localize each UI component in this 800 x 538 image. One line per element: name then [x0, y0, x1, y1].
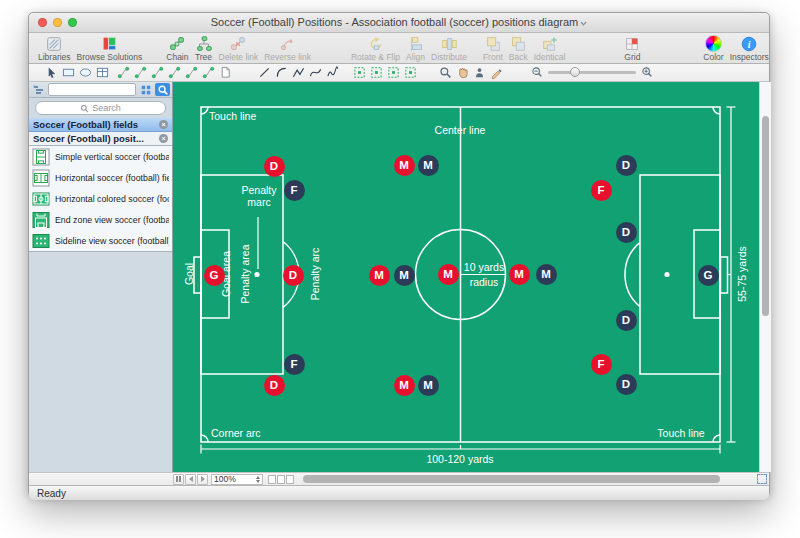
player-red-d[interactable]: D	[264, 375, 285, 396]
player-navy-d[interactable]: D	[616, 310, 637, 331]
search-view-button[interactable]	[155, 83, 170, 96]
library-tab-soccer-football-fields[interactable]: Soccer (Football) fields×	[29, 118, 172, 132]
hand-tool-icon[interactable]	[454, 65, 471, 80]
connector-rounded-icon[interactable]	[200, 65, 217, 80]
library-item-simple-vertical-soccer-football[interactable]: Simple vertical soccer (football) ...	[29, 146, 172, 167]
tab-close-icon[interactable]: ×	[159, 134, 168, 143]
spline-tool-icon[interactable]	[307, 65, 324, 80]
page-prev-button[interactable]	[185, 474, 196, 485]
player-navy-m[interactable]: M	[394, 265, 415, 286]
label-penalty-area[interactable]: Penalty area	[239, 245, 251, 304]
connector-smart-icon[interactable]	[132, 65, 149, 80]
page-tabs[interactable]	[268, 475, 294, 484]
zoom-slider-thumb[interactable]	[570, 67, 580, 77]
toolbar-tree-button[interactable]: Tree	[192, 34, 216, 62]
zoom-in-icon[interactable]	[641, 64, 653, 82]
toolbar-inspectors-button[interactable]: iInspectors	[727, 34, 772, 62]
select-shapes-icon[interactable]	[368, 65, 385, 80]
label-radius-word[interactable]: radius	[470, 276, 499, 288]
player-navy-d[interactable]: D	[616, 374, 637, 395]
vertical-scrollbar[interactable]	[759, 82, 771, 472]
ellipse-tool-icon[interactable]	[77, 65, 94, 80]
horizontal-scrollbar-thumb[interactable]	[303, 475, 720, 483]
rectangle-tool-icon[interactable]	[60, 65, 77, 80]
page-tool-icon[interactable]	[217, 65, 234, 80]
zoom-level-field[interactable]: 100%	[211, 474, 263, 485]
zoom-slider[interactable]	[531, 64, 653, 82]
player-navy-m[interactable]: M	[536, 264, 557, 285]
connector-bezier-icon[interactable]	[166, 65, 183, 80]
player-red-m[interactable]: M	[394, 155, 415, 176]
player-red-d[interactable]: D	[264, 156, 285, 177]
player-navy-m[interactable]: M	[418, 375, 439, 396]
vertical-scrollbar-thumb[interactable]	[762, 116, 769, 316]
zoom-stepper[interactable]	[256, 476, 260, 483]
player-navy-d[interactable]: D	[616, 155, 637, 176]
library-path-field[interactable]	[48, 83, 136, 96]
toolbar-grid-button[interactable]: Grid	[620, 34, 644, 62]
zoom-tool-icon[interactable]	[437, 65, 454, 80]
zoom-slider-track[interactable]	[548, 71, 636, 74]
player-navy-g[interactable]: G	[698, 265, 719, 286]
table-tool-icon[interactable]	[94, 65, 111, 80]
player-red-m[interactable]: M	[509, 264, 530, 285]
line-tool-icon[interactable]	[256, 65, 273, 80]
toolbar-distribute-button: Distribute	[428, 34, 470, 62]
horizontal-scrollbar[interactable]	[301, 474, 754, 485]
library-tree-icon[interactable]	[31, 83, 46, 96]
label-penalty-arc[interactable]: Penalty arc	[309, 248, 321, 301]
zoom-out-icon[interactable]	[531, 64, 543, 82]
pencil-tool-icon[interactable]	[488, 65, 505, 80]
player-red-m[interactable]: M	[394, 375, 415, 396]
pointer-tool-icon[interactable]	[43, 65, 60, 80]
player-navy-d[interactable]: D	[616, 222, 637, 243]
toolbar-libraries-button[interactable]: Libraries	[35, 34, 74, 62]
player-red-d[interactable]: D	[283, 265, 304, 286]
label-height-dimension[interactable]: 55-75 yards	[736, 246, 748, 301]
player-red-f[interactable]: F	[591, 354, 612, 375]
tab-close-icon[interactable]: ×	[159, 120, 168, 129]
arc-tool-icon[interactable]	[273, 65, 290, 80]
library-item-sideline-view-soccer-football-f[interactable]: Sideline view soccer (football) f...	[29, 230, 172, 251]
select-area-icon[interactable]	[351, 65, 368, 80]
player-navy-m[interactable]: M	[418, 155, 439, 176]
canvas-corner-icon[interactable]	[757, 474, 767, 484]
grid-view-button[interactable]	[138, 83, 153, 96]
drawing-canvas[interactable]: Touch line Center line Corner arc Touch …	[173, 82, 759, 472]
soccer-field-drawing[interactable]	[173, 82, 759, 472]
label-touch-line-bottom[interactable]: Touch line	[657, 427, 704, 439]
library-tab-soccer-football-posit[interactable]: Soccer (Football) posit...×	[29, 132, 172, 146]
pane-splitter-handle[interactable]	[173, 474, 184, 485]
scribble-tool-icon[interactable]	[324, 65, 341, 80]
player-navy-f[interactable]: F	[284, 180, 305, 201]
toolbar-browse-solutions-button[interactable]: Browse Solutions	[74, 34, 146, 62]
player-red-f[interactable]: F	[591, 180, 612, 201]
player-red-g[interactable]: G	[204, 265, 225, 286]
library-sidebar: Search Soccer (Football) fields×Soccer (…	[29, 82, 173, 472]
connector-arc-icon[interactable]	[149, 65, 166, 80]
polyline-tool-icon[interactable]	[290, 65, 307, 80]
label-goal[interactable]: Goal	[183, 263, 195, 285]
label-touch-line-top[interactable]: Touch line	[209, 110, 256, 122]
page-next-button[interactable]	[197, 474, 208, 485]
library-item-end-zone-view-soccer-football[interactable]: End zone view soccer (football) ...	[29, 209, 172, 230]
player-navy-f[interactable]: F	[284, 354, 305, 375]
author-tool-icon[interactable]	[471, 65, 488, 80]
player-red-m[interactable]: M	[369, 265, 390, 286]
select-move-icon[interactable]	[402, 65, 419, 80]
label-center-line[interactable]: Center line	[435, 124, 486, 136]
toolbar-color-button[interactable]: Color	[700, 34, 726, 62]
player-red-m[interactable]: M	[438, 264, 459, 285]
toolbar-chain-button[interactable]: Chain	[163, 34, 191, 62]
title-bar[interactable]: Soccer (Football) Positions - Associatio…	[29, 13, 769, 33]
label-penalty-mark[interactable]: Penalty marc	[233, 185, 285, 208]
select-layer-icon[interactable]	[385, 65, 402, 80]
label-width-dimension[interactable]: 100-120 yards	[426, 453, 493, 465]
search-input[interactable]: Search	[35, 101, 166, 115]
library-item-horizontal-colored-soccer-footb[interactable]: Horizontal colored soccer (footb...	[29, 188, 172, 209]
connector-direct-icon[interactable]	[115, 65, 132, 80]
connector-curved-icon[interactable]	[183, 65, 200, 80]
label-radius-value[interactable]: 10 yards	[464, 261, 504, 273]
library-item-horizontal-soccer-football-field[interactable]: Horizontal soccer (football) field	[29, 167, 172, 188]
label-corner-arc[interactable]: Corner arc	[211, 427, 261, 439]
